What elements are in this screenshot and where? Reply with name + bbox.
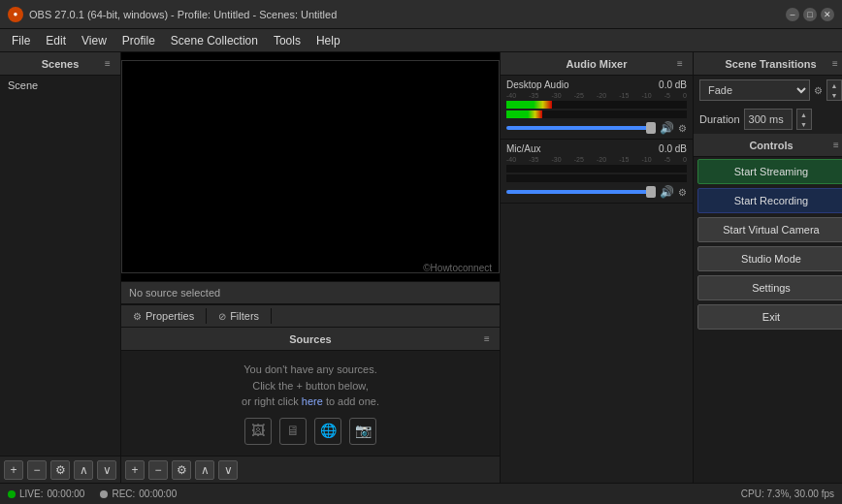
scenes-add-button[interactable]: +	[4, 460, 23, 480]
scene-transitions-title: Scene Transitions	[713, 58, 828, 70]
sources-menu-icon[interactable]: ≡	[480, 332, 494, 346]
transition-duration-up[interactable]: ▲	[797, 110, 811, 119]
filters-icon: ⊘	[218, 311, 226, 322]
sources-remove-button[interactable]: −	[148, 460, 168, 480]
sources-settings-button[interactable]: ⚙	[172, 460, 191, 480]
studio-mode-button[interactable]: Studio Mode	[697, 246, 842, 271]
transition-duration-spinner[interactable]: ▲ ▼	[796, 109, 812, 130]
controls-panel: Controls ≡ Start Streaming Start Recordi…	[694, 134, 842, 483]
sources-title: Sources	[141, 333, 480, 345]
mic-aux-channel: Mic/Aux 0.0 dB -40 -35 -30 -25 -20 -15 -…	[501, 140, 693, 204]
audio-mixer-panel: Audio Mixer ≡ Desktop Audio 0.0 dB -40 -…	[501, 52, 694, 483]
rec-status: REC: 00:00:00	[100, 488, 177, 499]
sources-header: Sources ≡	[121, 328, 500, 351]
no-source-bar: No source selected	[121, 281, 500, 304]
scenes-menu-icon[interactable]: ≡	[101, 57, 114, 71]
display-source-icon: 🖥	[279, 418, 307, 445]
tab-filters-label: Filters	[230, 310, 259, 322]
transition-type-select[interactable]: Fade	[699, 79, 810, 101]
window-controls[interactable]: – □ ✕	[786, 8, 834, 21]
scenes-header-icon	[6, 57, 19, 71]
sources-down-button[interactable]: ∨	[218, 460, 238, 480]
transition-duration-row: Duration ▲ ▼	[694, 105, 842, 134]
menu-scene-collection[interactable]: Scene Collection	[163, 32, 266, 49]
transition-duration-input[interactable]	[744, 109, 793, 130]
window-title: OBS 27.0.1 (64-bit, windows) - Profile: …	[29, 9, 786, 20]
desktop-audio-ticks: -40 -35 -30 -25 -20 -15 -10 -5 0	[506, 92, 687, 99]
menubar: File Edit View Profile Scene Collection …	[0, 29, 842, 52]
scenes-title: Scenes	[19, 58, 101, 70]
menu-view[interactable]: View	[74, 32, 114, 49]
transition-gear-icon[interactable]: ⚙	[814, 85, 823, 96]
mic-aux-slider[interactable]	[506, 190, 656, 194]
statusbar: LIVE: 00:00:00 REC: 00:00:00 CPU: 7.3%, …	[0, 483, 842, 504]
live-status: LIVE: 00:00:00	[8, 488, 84, 499]
desktop-audio-slider[interactable]	[506, 126, 656, 130]
tab-filters[interactable]: ⊘ Filters	[207, 308, 272, 324]
maximize-button[interactable]: □	[803, 8, 817, 21]
properties-tabs: ⚙ Properties ⊘ Filters	[121, 304, 500, 328]
close-button[interactable]: ✕	[821, 8, 834, 21]
sources-empty-line1: You don't have any sources.	[243, 362, 376, 378]
minimize-button[interactable]: –	[786, 8, 799, 21]
mic-aux-controls: 🔊 ⚙	[506, 185, 687, 199]
menu-edit[interactable]: Edit	[38, 32, 74, 49]
transitions-menu-icon[interactable]: ≡	[828, 57, 842, 71]
mic-aux-gear-icon[interactable]: ⚙	[678, 187, 687, 198]
settings-button[interactable]: Settings	[697, 275, 842, 300]
rec-time: 00:00:00	[139, 488, 177, 499]
scenes-header: Scenes ≡	[0, 52, 120, 76]
scene-item[interactable]: Scene	[0, 76, 120, 95]
titlebar: ● OBS 27.0.1 (64-bit, windows) - Profile…	[0, 0, 842, 29]
scenes-settings-button[interactable]: ⚙	[50, 460, 70, 480]
menu-file[interactable]: File	[4, 32, 38, 49]
desktop-audio-header: Desktop Audio 0.0 dB	[506, 79, 687, 90]
audio-menu-icon[interactable]: ≡	[673, 57, 687, 71]
mic-aux-mute-icon[interactable]: 🔊	[660, 185, 674, 199]
menu-help[interactable]: Help	[308, 32, 348, 49]
desktop-audio-mute-icon[interactable]: 🔊	[660, 121, 674, 135]
exit-button[interactable]: Exit	[697, 304, 842, 330]
cpu-status: CPU: 7.3%, 30.00 fps	[741, 488, 834, 499]
audio-header-left	[506, 57, 520, 71]
start-recording-button[interactable]: Start Recording	[697, 188, 842, 213]
scenes-toolbar: + − ⚙ ∧ ∨	[0, 456, 120, 483]
desktop-audio-controls: 🔊 ⚙	[506, 121, 687, 135]
sources-header-left	[127, 332, 141, 346]
tab-properties[interactable]: ⚙ Properties	[121, 308, 207, 324]
sources-empty-line2: Click the + button below,	[252, 378, 369, 394]
scenes-list: Scene	[0, 76, 120, 456]
scenes-panel: Scenes ≡ Scene + − ⚙ ∧ ∨	[0, 52, 121, 483]
scenes-up-button[interactable]: ∧	[74, 460, 93, 480]
start-streaming-button[interactable]: Start Streaming	[697, 159, 842, 184]
scenes-down-button[interactable]: ∨	[97, 460, 116, 480]
sources-add-button[interactable]: +	[125, 460, 145, 480]
sources-up-button[interactable]: ∧	[195, 460, 214, 480]
mic-aux-name: Mic/Aux	[506, 143, 541, 154]
transition-spin-down[interactable]: ▼	[827, 90, 841, 100]
desktop-audio-db: 0.0 dB	[659, 79, 687, 90]
sources-here-link[interactable]: here	[302, 395, 323, 407]
desktop-audio-meter	[506, 101, 687, 109]
preview-area: ©Howtoconnect	[121, 52, 500, 281]
properties-icon: ⚙	[133, 311, 142, 322]
audio-mixer-title: Audio Mixer	[520, 58, 673, 70]
menu-tools[interactable]: Tools	[266, 32, 308, 49]
menu-profile[interactable]: Profile	[114, 32, 163, 49]
live-time: 00:00:00	[47, 488, 84, 499]
camera-source-icon: 📷	[349, 418, 376, 445]
transition-duration-down[interactable]: ▼	[797, 119, 811, 129]
scenes-remove-button[interactable]: −	[27, 460, 47, 480]
desktop-audio-gear-icon[interactable]: ⚙	[678, 123, 687, 134]
controls-menu-icon[interactable]: ≡	[829, 139, 842, 152]
start-virtual-camera-button[interactable]: Start Virtual Camera	[697, 217, 842, 242]
transition-spinner[interactable]: ▲ ▼	[826, 79, 842, 101]
transition-spin-up[interactable]: ▲	[827, 80, 841, 90]
audio-mixer-header: Audio Mixer ≡	[501, 52, 693, 76]
app-icon: ●	[8, 7, 23, 22]
preview-canvas	[121, 60, 500, 273]
rec-dot	[100, 490, 108, 498]
mic-aux-ticks: -40 -35 -30 -25 -20 -15 -10 -5 0	[506, 156, 687, 163]
transition-duration-label: Duration	[699, 113, 740, 125]
live-dot	[8, 490, 16, 498]
